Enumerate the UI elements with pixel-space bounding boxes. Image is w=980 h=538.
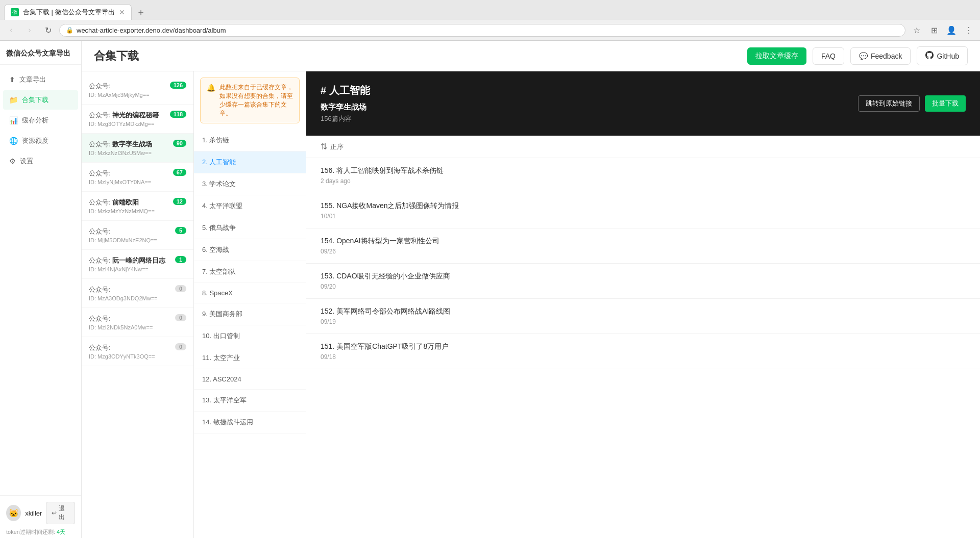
collection-item-6[interactable]: 7. 太空部队: [194, 261, 306, 283]
article-item-3[interactable]: 153. CDAO吸引无经验的小企业做供应商 09/20: [306, 264, 980, 299]
collection-item-10[interactable]: 11. 太空产业: [194, 347, 306, 369]
batch-download-button[interactable]: 批量下载: [925, 95, 966, 112]
collection-item-5[interactable]: 6. 空海战: [194, 239, 306, 261]
article-title: 155. NGA接收Maven之后加强图像转为情报: [321, 201, 966, 211]
sidebar-logo: 微信公众号文章导出: [0, 41, 81, 65]
page-title: 合集下载: [94, 48, 139, 64]
account-name: 公众号: 数字孪生战场: [89, 140, 186, 149]
github-icon: [925, 51, 934, 61]
github-button[interactable]: GitHub: [917, 46, 968, 65]
sidebar-item-label: 设置: [20, 157, 33, 166]
collection-item-12[interactable]: 13. 太平洋空军: [194, 390, 306, 412]
sidebar-item-article-export[interactable]: ⬆ 文章导出: [3, 70, 78, 89]
account-item-8[interactable]: 公众号: ID: MzI2NDk5NzA0Mw== 0: [82, 308, 193, 337]
account-item-0[interactable]: 公众号: ID: MzAxMjc3MjkyMg== 126: [82, 75, 193, 105]
account-name: 公众号:: [89, 314, 186, 323]
article-item-0[interactable]: 156. 将人工智能映射到海军战术杀伤链 2 days ago: [306, 158, 980, 193]
sort-row[interactable]: ⇅ 正序: [306, 136, 980, 158]
logout-button[interactable]: ↩ 退出: [46, 502, 75, 524]
account-info: 公众号: 数字孪生战场 ID: MzkzNzI3NzU5Mw==: [89, 140, 186, 156]
faq-button[interactable]: FAQ: [813, 47, 844, 65]
sidebar-item-collection-download[interactable]: 📁 合集下载: [3, 90, 78, 110]
account-name: 公众号:: [89, 343, 186, 352]
sidebar-nav: ⬆ 文章导出 📁 合集下载 📊 缓存分析 🌐 资源额度 ⚙ 设置: [0, 65, 81, 495]
article-date: 10/01: [321, 213, 966, 220]
browser-tab-active[interactable]: 微 合集下载 | 微信公众号文章导出 ✕: [4, 4, 132, 20]
detail-header-left: # 人工智能 数字孪生战场 156篇内容: [321, 84, 370, 123]
sidebar-item-cache-analysis[interactable]: 📊 缓存分析: [3, 111, 78, 130]
account-badge: 5: [175, 227, 186, 234]
alert-box: 🔔 此数据来自于已缓存文章，如果没有想要的合集，请至少缓存一篇该合集下的文章。: [200, 78, 300, 123]
account-info: 公众号: 阮一峰的网络日志 ID: MzI4NjAxNjY4Nw==: [89, 256, 186, 272]
account-id: ID: MzkzMzYzNzMzMQ==: [89, 208, 186, 214]
account-badge: 118: [170, 111, 186, 118]
detail-actions: 跳转到原始链接 批量下载: [858, 95, 966, 112]
account-item-6[interactable]: 公众号: 阮一峰的网络日志 ID: MzI4NjAxNjY4Nw== 1: [82, 250, 193, 279]
account-id: ID: Mzg3OTYzMDkzMg==: [89, 121, 186, 127]
collection-item-0[interactable]: 1. 杀伤链: [194, 130, 306, 151]
forward-button[interactable]: ›: [22, 23, 37, 37]
account-info: 公众号: ID: MzA3ODg3NDQ2Mw==: [89, 285, 186, 301]
account-item-7[interactable]: 公众号: ID: MzA3ODg3NDQ2Mw== 0: [82, 279, 193, 308]
address-bar[interactable]: 🔒 wechat-article-exporter.deno.dev/dashb…: [59, 24, 905, 37]
collection-item-13[interactable]: 14. 敏捷战斗运用: [194, 412, 306, 433]
collection-item-2[interactable]: 3. 学术论文: [194, 173, 306, 195]
account-info: 公众号: 前端欧阳 ID: MzkzMzYzNzMzMQ==: [89, 198, 186, 214]
collection-item-3[interactable]: 4. 太平洋联盟: [194, 195, 306, 217]
account-name: 公众号:: [89, 227, 186, 236]
article-item-1[interactable]: 155. NGA接收Maven之后加强图像转为情报 10/01: [306, 193, 980, 228]
account-item-1[interactable]: 公众号: 神光的编程秘籍 ID: Mzg3OTYzMDkzMg== 118: [82, 105, 193, 134]
bookmark-icon[interactable]: ☆: [910, 23, 924, 37]
sidebar-item-label: 资源额度: [22, 136, 48, 145]
account-item-3[interactable]: 公众号: ID: MzIyNjMxOTY0NA== 67: [82, 163, 193, 192]
account-badge: 126: [170, 82, 186, 89]
collection-item-11[interactable]: 12. ASC2024: [194, 369, 306, 390]
account-badge: 90: [173, 140, 186, 147]
detail-collection-title: # 人工智能: [321, 84, 370, 97]
collection-item-4[interactable]: 5. 俄乌战争: [194, 217, 306, 239]
logout-icon: ↩: [52, 509, 57, 517]
account-item-4[interactable]: 公众号: 前端欧阳 ID: MzkzMzYzNzMzMQ== 12: [82, 192, 193, 221]
collection-hash: #: [321, 85, 329, 96]
account-name: 公众号: 前端欧阳: [89, 198, 186, 207]
fetch-cache-button[interactable]: 拉取文章缓存: [747, 47, 806, 65]
collection-item-9[interactable]: 10. 出口管制: [194, 325, 306, 347]
article-item-4[interactable]: 152. 美军网络司令部公布网络战AI路线图 09/19: [306, 299, 980, 334]
reload-button[interactable]: ↻: [41, 23, 55, 37]
main-content: 合集下载 拉取文章缓存 FAQ 💬 Feedback GitHub: [82, 41, 980, 538]
profile-icon[interactable]: 👤: [944, 23, 959, 37]
article-detail: # 人工智能 数字孪生战场 156篇内容 跳转到原始链接 批量下载: [306, 71, 980, 538]
collection-item-8[interactable]: 9. 美国商务部: [194, 303, 306, 325]
token-days: 4天: [57, 529, 65, 535]
account-badge: 67: [173, 169, 186, 176]
sidebar-item-resource-quota[interactable]: 🌐 资源额度: [3, 131, 78, 150]
sidebar-item-settings[interactable]: ⚙ 设置: [3, 151, 78, 171]
tab-close-icon[interactable]: ✕: [119, 8, 125, 16]
username: xkiller: [25, 509, 42, 517]
feedback-button[interactable]: 💬 Feedback: [850, 47, 911, 65]
article-item-2[interactable]: 154. OpenAI将转型为一家营利性公司 09/26: [306, 228, 980, 264]
collection-item-1[interactable]: 2. 人工智能: [194, 151, 306, 173]
new-tab-button[interactable]: ＋: [134, 5, 148, 19]
account-item-9[interactable]: 公众号: ID: Mzg3ODYyNTk3OQ== 0: [82, 337, 193, 366]
account-item-5[interactable]: 公众号: ID: MjjM5ODMxNzE2NQ== 5: [82, 221, 193, 250]
collection-item-7[interactable]: 8. SpaceX: [194, 283, 306, 303]
article-item-5[interactable]: 151. 美国空军版ChatGPT吸引了8万用户 09/18: [306, 334, 980, 369]
account-info: 公众号: ID: MzI2NDk5NzA0Mw==: [89, 314, 186, 330]
tab-favicon: 微: [11, 8, 19, 16]
back-button[interactable]: ‹: [4, 23, 18, 37]
article-title: 152. 美军网络司令部公布网络战AI路线图: [321, 307, 966, 316]
article-date: 09/19: [321, 318, 966, 325]
menu-icon[interactable]: ⋮: [962, 23, 976, 37]
account-item-2[interactable]: 公众号: 数字孪生战场 ID: MzkzNzI3NzU5Mw== 90: [82, 134, 193, 163]
browser-toolbar: ‹ › ↻ 🔒 wechat-article-exporter.deno.dev…: [0, 20, 980, 40]
account-info: 公众号: ID: Mzg3ODYyNTk3OQ==: [89, 343, 186, 360]
user-info: 🐱 xkiller ↩ 退出: [6, 502, 75, 524]
jump-original-button[interactable]: 跳转到原始链接: [858, 95, 920, 112]
article-date: 2 days ago: [321, 177, 966, 185]
extension-icon[interactable]: ⊞: [927, 23, 941, 37]
sidebar-item-label: 文章导出: [19, 75, 46, 84]
detail-account-row: 数字孪生战场: [321, 103, 370, 112]
account-badge: 0: [175, 343, 186, 350]
account-badge: 0: [175, 314, 186, 321]
